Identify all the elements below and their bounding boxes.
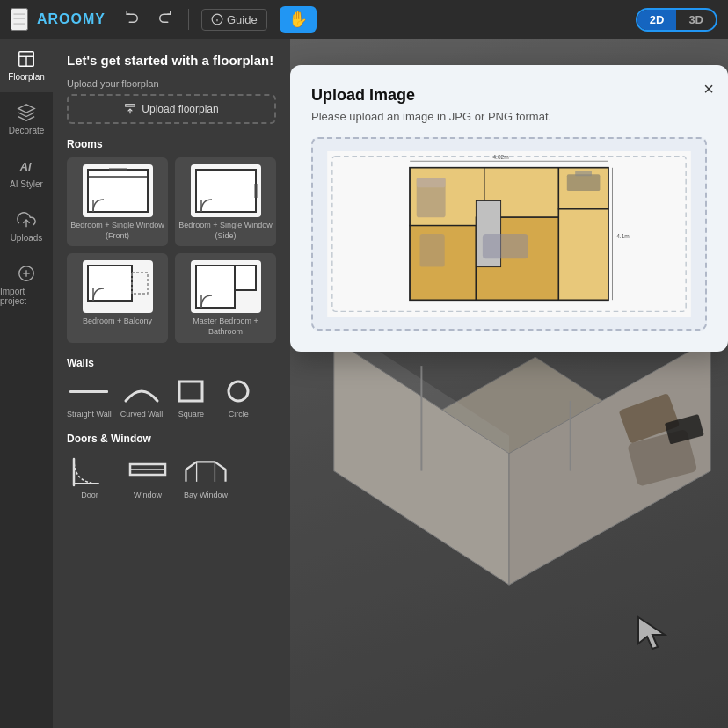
cursor-tool-button[interactable]: ✋: [280, 6, 317, 33]
sidebar-label-decorate: Decorate: [9, 126, 45, 135]
svg-rect-57: [567, 174, 601, 191]
svg-rect-61: [483, 234, 528, 258]
panel-title: Let's get started with a floorplan!: [67, 53, 276, 68]
guide-button[interactable]: Guide: [201, 9, 267, 31]
sidebar-item-ai-styler[interactable]: Ai AI Styler: [0, 146, 53, 200]
wall-circle[interactable]: Circle: [219, 376, 258, 419]
sidebar-item-decorate[interactable]: Decorate: [0, 92, 53, 146]
svg-rect-62: [419, 234, 444, 267]
view-2d-button[interactable]: 2D: [637, 10, 677, 30]
room-thumb-1: [83, 164, 153, 217]
room-label-2: Bedroom + Single Window (Side): [178, 221, 273, 241]
svg-rect-58: [575, 171, 592, 177]
modal-close-button[interactable]: ×: [703, 79, 714, 99]
view-3d-button[interactable]: 3D: [676, 10, 716, 30]
modal-title: Upload Image: [311, 86, 707, 105]
sidebar-item-floorplan[interactable]: Floorplan: [0, 39, 53, 92]
rooms-title: Rooms: [67, 138, 276, 150]
window-item[interactable]: Window: [125, 452, 171, 499]
sidebar-label-floorplan: Floorplan: [8, 72, 45, 82]
redo-button[interactable]: [153, 6, 176, 33]
svg-rect-15: [196, 170, 256, 212]
wall-square-icon: [171, 376, 210, 406]
svg-rect-60: [417, 178, 446, 187]
upload-button-label: Upload floorplan: [142, 103, 218, 115]
wall-circle-label: Circle: [229, 410, 249, 419]
view-toggle: 2D 3D: [636, 8, 717, 32]
walls-title: Walls: [67, 357, 276, 369]
modal-subtitle: Please upload an image in JPG or PNG for…: [311, 110, 707, 123]
upload-label: Upload your floorplan: [67, 78, 276, 89]
wall-straight-icon: [69, 376, 108, 406]
svg-rect-51: [558, 209, 608, 300]
modal-dropzone[interactable]: 4.02m 4.1m: [311, 137, 707, 331]
wall-circle-icon: [219, 376, 258, 406]
svg-text:Ai: Ai: [19, 160, 32, 173]
app-logo: AROOMY: [37, 11, 106, 27]
svg-rect-10: [126, 105, 135, 106]
svg-rect-19: [132, 273, 148, 294]
room-thumb-3: [83, 260, 153, 313]
door-item[interactable]: Door: [67, 452, 113, 499]
upload-modal: Upload Image Please upload an image in J…: [290, 65, 728, 352]
doors-grid: Door Window: [67, 452, 276, 499]
room-label-1: Bedroom + Single Window (Front): [70, 221, 164, 241]
room-item-3[interactable]: Bedroom + Balcony: [67, 253, 168, 342]
room-item-1[interactable]: Bedroom + Single Window (Front): [67, 157, 168, 246]
door-label: Door: [81, 491, 98, 499]
wall-curved-icon: [122, 376, 161, 406]
icon-sidebar: Floorplan Decorate Ai AI Styler Uploads: [0, 39, 53, 728]
menu-button[interactable]: ☰: [11, 8, 28, 31]
room-label-4: Master Bedroom + Bathroom: [178, 317, 273, 337]
wall-curved[interactable]: Curved Wall: [120, 376, 164, 419]
left-panel: Let's get started with a floorplan! Uplo…: [53, 39, 290, 728]
wall-square[interactable]: Square: [171, 376, 210, 419]
svg-rect-25: [179, 382, 202, 401]
sidebar-item-uploads[interactable]: Uploads: [0, 200, 53, 253]
main-canvas[interactable]: Upload Image Please upload an image in J…: [290, 39, 728, 728]
svg-text:4.1m: 4.1m: [616, 233, 630, 239]
undo-button[interactable]: [121, 6, 144, 33]
room-label-3: Bedroom + Balcony: [83, 317, 152, 327]
room-item-2[interactable]: Bedroom + Single Window (Side): [175, 157, 276, 246]
modal-overlay: Upload Image Please upload an image in J…: [290, 39, 728, 728]
window-icon: [125, 452, 171, 487]
svg-text:4.02m: 4.02m: [492, 154, 509, 160]
sidebar-label-uploads: Uploads: [11, 233, 43, 243]
sidebar-label-import: Import project: [0, 287, 53, 306]
walls-grid: Straight Wall Curved Wall Square: [67, 376, 276, 419]
sidebar-item-import[interactable]: Import project: [0, 253, 53, 317]
sidebar-label-ai-styler: AI Styler: [10, 179, 43, 189]
room-item-4[interactable]: Master Bedroom + Bathroom: [175, 253, 276, 342]
room-thumb-2: [191, 164, 261, 217]
doors-title: Doors & Window: [67, 433, 276, 445]
rooms-grid: Bedroom + Single Window (Front) Bedroom …: [67, 157, 276, 343]
svg-rect-24: [69, 390, 108, 393]
svg-point-26: [229, 382, 248, 401]
room-thumb-4: [191, 260, 261, 313]
wall-straight-label: Straight Wall: [67, 410, 112, 419]
bay-window-label: Bay Window: [184, 491, 228, 499]
door-icon: [67, 452, 113, 487]
window-label: Window: [134, 491, 162, 499]
topbar: ☰ AROOMY Guide ✋ 2D 3D: [0, 0, 728, 39]
bay-window-icon: [183, 452, 229, 487]
upload-floorplan-button[interactable]: Upload floorplan: [67, 94, 276, 124]
bay-window-item[interactable]: Bay Window: [183, 452, 229, 499]
wall-square-label: Square: [178, 410, 204, 419]
wall-curved-label: Curved Wall: [120, 410, 164, 419]
svg-rect-22: [235, 266, 256, 290]
svg-rect-11: [88, 170, 148, 212]
divider: [188, 9, 189, 30]
wall-straight[interactable]: Straight Wall: [67, 376, 112, 419]
app-layout: Floorplan Decorate Ai AI Styler Uploads: [0, 39, 728, 728]
